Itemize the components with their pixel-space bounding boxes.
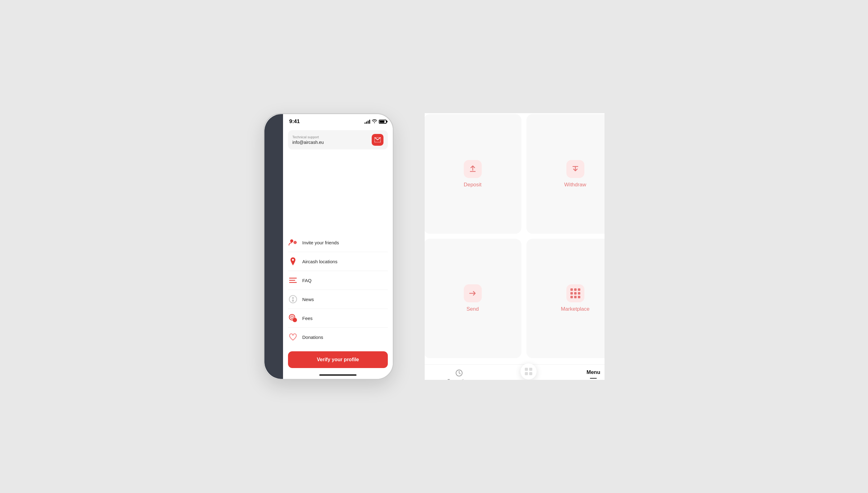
fees-icon-wrap xyxy=(288,313,298,323)
battery-icon xyxy=(379,120,387,124)
send-label: Send xyxy=(466,306,479,312)
send-icon-bg xyxy=(464,284,482,302)
phone-right-wrapper: Deposit Withdraw xyxy=(425,113,605,380)
deposit-label: Deposit xyxy=(464,182,482,188)
svg-rect-17 xyxy=(525,368,528,371)
news-label: News xyxy=(302,297,314,302)
phone-left-content: 9:41 xyxy=(283,114,393,379)
phone-right: Deposit Withdraw xyxy=(425,113,605,380)
svg-rect-12 xyxy=(292,300,294,302)
svg-point-15 xyxy=(291,316,293,318)
menu-nav-label: Menu xyxy=(587,369,600,376)
locations-label: Aircash locations xyxy=(302,259,337,264)
svg-point-10 xyxy=(289,296,297,303)
support-card: Technical support info@aircash.eu xyxy=(288,130,388,149)
menu-list: Invite your friends Aircash locations xyxy=(283,153,393,351)
svg-point-2 xyxy=(290,239,293,242)
faq-icon-wrap xyxy=(288,275,298,285)
news-icon-wrap xyxy=(288,294,298,304)
transactions-label: Transactions xyxy=(448,378,471,380)
signal-icon xyxy=(365,120,370,124)
withdraw-icon-bg xyxy=(566,160,584,178)
svg-point-11 xyxy=(292,297,294,299)
send-arrow-icon xyxy=(469,289,477,298)
deposit-arrow-icon xyxy=(469,165,477,173)
marketplace-label: Marketplace xyxy=(561,306,590,312)
faq-label: FAQ xyxy=(302,278,311,283)
status-icons xyxy=(365,119,387,124)
location-icon-wrap xyxy=(288,256,298,266)
nav-menu[interactable]: Menu xyxy=(587,369,600,380)
svg-rect-19 xyxy=(525,372,528,375)
news-icon xyxy=(289,295,297,303)
svg-rect-18 xyxy=(529,368,532,371)
menu-item-news[interactable]: News xyxy=(288,290,388,309)
donations-icon xyxy=(289,333,297,341)
fees-icon xyxy=(289,314,297,322)
marketplace-card[interactable]: Marketplace xyxy=(526,239,605,359)
svg-rect-20 xyxy=(529,372,532,375)
send-card[interactable]: Send xyxy=(425,239,521,359)
clock-icon xyxy=(455,369,463,377)
phone-right-inner: Deposit Withdraw xyxy=(425,113,605,364)
svg-point-6 xyxy=(292,259,294,261)
deposit-card[interactable]: Deposit xyxy=(425,114,521,234)
support-label: Technical support xyxy=(292,135,324,139)
phone-left: 9:41 xyxy=(263,113,394,380)
action-grid: Deposit Withdraw xyxy=(425,114,605,364)
faq-icon xyxy=(289,278,297,283)
verify-profile-button[interactable]: Verify your profile xyxy=(288,351,388,368)
status-time: 9:41 xyxy=(289,119,300,125)
nav-home-active[interactable] xyxy=(520,363,537,380)
invite-icon-wrap xyxy=(288,237,298,248)
deposit-icon-bg xyxy=(464,160,482,178)
fees-label: Fees xyxy=(302,316,312,321)
invite-icon xyxy=(288,238,298,247)
bottom-nav: Transactions Menu xyxy=(425,364,605,380)
withdraw-arrow-icon xyxy=(571,165,580,173)
grid-nav-icon xyxy=(524,367,533,376)
wifi-icon xyxy=(372,119,377,124)
invite-label: Invite your friends xyxy=(302,240,339,245)
menu-item-donations[interactable]: Donations xyxy=(288,328,388,346)
phone-sidebar-dark xyxy=(264,114,283,379)
support-info: Technical support info@aircash.eu xyxy=(292,135,324,145)
envelope-button[interactable] xyxy=(372,134,384,146)
menu-item-invite[interactable]: Invite your friends xyxy=(288,233,388,252)
svg-point-14 xyxy=(292,318,297,322)
scene: 9:41 xyxy=(263,113,605,380)
nav-transactions[interactable]: Transactions xyxy=(448,369,471,380)
withdraw-card[interactable]: Withdraw xyxy=(526,114,605,234)
location-icon xyxy=(289,257,296,265)
donations-label: Donations xyxy=(302,335,323,340)
marketplace-icon-bg xyxy=(566,284,584,302)
menu-item-locations[interactable]: Aircash locations xyxy=(288,252,388,271)
support-email: info@aircash.eu xyxy=(292,140,324,145)
menu-item-fees[interactable]: Fees xyxy=(288,309,388,328)
marketplace-grid-icon xyxy=(570,288,580,298)
menu-item-faq[interactable]: FAQ xyxy=(288,271,388,290)
withdraw-label: Withdraw xyxy=(564,182,586,188)
donations-icon-wrap xyxy=(288,332,298,342)
hamburger-icon xyxy=(590,378,597,380)
home-indicator xyxy=(319,374,356,376)
status-bar: 9:41 xyxy=(283,114,393,127)
